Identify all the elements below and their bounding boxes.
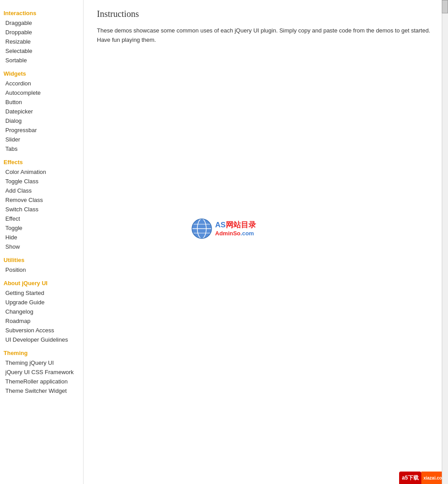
sidebar-item-upgrade-guide[interactable]: Upgrade Guide xyxy=(0,298,83,307)
sidebar-section-utilities: Utilities xyxy=(0,251,83,265)
watermark-adminso: AdminSo xyxy=(215,230,240,237)
sidebar-item-toggle[interactable]: Toggle xyxy=(0,223,83,233)
scrollbar-track[interactable] xyxy=(442,0,448,484)
sidebar-item-roadmap[interactable]: Roadmap xyxy=(0,316,83,326)
page-description-line2: Have fun playing them. xyxy=(97,36,435,45)
a5-badge-label: a5下载 xyxy=(402,474,418,482)
sidebar-section-about: About jQuery UI xyxy=(0,274,83,288)
sidebar-item-toggle-class[interactable]: Toggle Class xyxy=(0,177,83,186)
scrollbar-thumb[interactable] xyxy=(442,0,448,13)
sidebar-item-jquery-ui-css-framework[interactable]: jQuery UI CSS Framework xyxy=(0,367,83,377)
a5-badge[interactable]: a5下载 xyxy=(399,472,421,484)
sidebar-item-remove-class[interactable]: Remove Class xyxy=(0,195,83,205)
sidebar-item-dialog[interactable]: Dialog xyxy=(0,116,83,125)
sidebar-item-effect[interactable]: Effect xyxy=(0,214,83,223)
sidebar-item-autocomplete[interactable]: Autocomplete xyxy=(0,88,83,97)
sidebar-section-widgets: Widgets xyxy=(0,65,83,79)
watermark-net: 网站目录 xyxy=(226,221,256,229)
sidebar-item-getting-started[interactable]: Getting Started xyxy=(0,288,83,298)
sidebar-item-position[interactable]: Position xyxy=(0,265,83,274)
sidebar-item-datepicker[interactable]: Datepicker xyxy=(0,107,83,116)
sidebar: Interactions Draggable Droppable Resizab… xyxy=(0,0,84,484)
sidebar-item-sortable[interactable]: Sortable xyxy=(0,56,83,65)
main-content: Instructions These demos showcase some c… xyxy=(84,0,448,484)
watermark-text: AS网站目录 AdminSo.com xyxy=(215,220,256,238)
sidebar-item-ui-developer-guidelines[interactable]: UI Developer Guidelines xyxy=(0,335,83,344)
sidebar-item-droppable[interactable]: Droppable xyxy=(0,28,83,37)
sidebar-item-themeroller-application[interactable]: ThemeRoller application xyxy=(0,377,83,386)
sidebar-item-subversion-access[interactable]: Subversion Access xyxy=(0,326,83,335)
sidebar-item-changelog[interactable]: Changelog xyxy=(0,307,83,316)
watermark-as: AS xyxy=(215,221,226,229)
sidebar-section-effects: Effects xyxy=(0,153,83,167)
page-title: Instructions xyxy=(97,9,435,19)
sidebar-item-selectable[interactable]: Selectable xyxy=(0,46,83,56)
sidebar-item-hide[interactable]: Hide xyxy=(0,233,83,242)
sidebar-item-tabs[interactable]: Tabs xyxy=(0,144,83,153)
page-description-line1: These demos showcase some common uses of… xyxy=(97,26,435,36)
sidebar-item-show[interactable]: Show xyxy=(0,242,83,251)
sidebar-item-draggable[interactable]: Draggable xyxy=(0,18,83,28)
sidebar-item-switch-class[interactable]: Switch Class xyxy=(0,205,83,214)
sidebar-item-slider[interactable]: Slider xyxy=(0,135,83,144)
sidebar-section-theming: Theming xyxy=(0,344,83,358)
sidebar-section-interactions: Interactions xyxy=(0,4,83,18)
sidebar-item-resizable[interactable]: Resizable xyxy=(0,37,83,46)
sidebar-item-add-class[interactable]: Add Class xyxy=(0,186,83,195)
watermark: AS网站目录 AdminSo.com xyxy=(191,218,256,239)
watermark-com: .com xyxy=(240,230,254,237)
globe-icon xyxy=(191,218,212,239)
sidebar-item-button[interactable]: Button xyxy=(0,97,83,107)
sidebar-item-accordion[interactable]: Accordion xyxy=(0,79,83,88)
sidebar-item-color-animation[interactable]: Color Animation xyxy=(0,167,83,177)
sidebar-item-theme-switcher-widget[interactable]: Theme Switcher Widget xyxy=(0,386,83,395)
sidebar-item-progressbar[interactable]: Progressbar xyxy=(0,125,83,135)
sidebar-item-theming-jquery-ui[interactable]: Theming jQuery UI xyxy=(0,358,83,367)
